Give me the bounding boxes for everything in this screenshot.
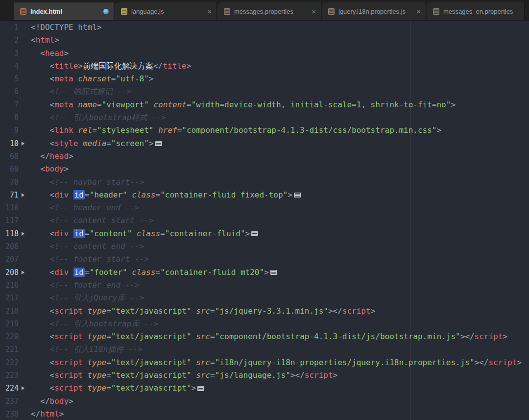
folded-region-icon[interactable] bbox=[197, 386, 204, 391]
close-tab-icon[interactable]: × bbox=[416, 8, 421, 15]
code-line: 2<html> bbox=[0, 34, 529, 47]
line-number[interactable]: 8 bbox=[0, 111, 19, 124]
unsaved-changes-dot-icon[interactable] bbox=[103, 9, 109, 14]
line-number[interactable]: 1 bbox=[0, 21, 19, 34]
line-number[interactable]: 69 bbox=[0, 163, 19, 175]
code-text[interactable]: </body> bbox=[27, 395, 73, 408]
token: "js/language.js" bbox=[215, 371, 290, 380]
token: < bbox=[50, 139, 55, 148]
line-number[interactable]: 224 bbox=[0, 382, 19, 395]
close-tab-icon[interactable]: × bbox=[312, 8, 316, 15]
line-number[interactable]: 70 bbox=[0, 176, 19, 189]
line-number[interactable]: 207 bbox=[0, 253, 19, 266]
code-text[interactable]: <meta charset="utf-8"> bbox=[27, 73, 154, 85]
token bbox=[132, 229, 137, 238]
line-number[interactable]: 206 bbox=[0, 240, 19, 253]
line-number[interactable]: 71 bbox=[0, 189, 19, 201]
tab-jquery-i18n-properties-js[interactable]: jquery.i18n.properties.js× bbox=[322, 2, 426, 21]
tab-language-js[interactable]: language.js× bbox=[115, 2, 217, 21]
code-text[interactable]: <!-- 引入bootstrap样式 --> bbox=[27, 111, 166, 124]
token: > bbox=[69, 151, 73, 161]
token bbox=[192, 371, 196, 380]
code-text[interactable]: <body> bbox=[27, 163, 69, 175]
code-text[interactable]: <script type="text/javascript" src="i18n… bbox=[27, 356, 522, 369]
code-text[interactable]: <!-- 响应式标记 --> bbox=[27, 85, 131, 98]
line-number[interactable]: 222 bbox=[0, 356, 19, 369]
line-number[interactable]: 217 bbox=[0, 292, 19, 304]
fold-arrow-icon[interactable] bbox=[22, 193, 24, 197]
line-number[interactable]: 223 bbox=[0, 369, 19, 382]
line-number[interactable]: 238 bbox=[0, 408, 19, 420]
code-text[interactable]: </html> bbox=[27, 408, 64, 420]
code-text[interactable]: </head> bbox=[27, 150, 73, 163]
code-text[interactable]: <!DOCTYPE html> bbox=[27, 21, 102, 34]
line-number[interactable]: 6 bbox=[0, 85, 19, 98]
code-text[interactable]: <!-- header end --> bbox=[27, 201, 140, 214]
fold-arrow-icon[interactable] bbox=[22, 386, 24, 390]
line-number[interactable]: 3 bbox=[0, 47, 19, 60]
token: id bbox=[73, 229, 85, 238]
code-text[interactable]: <meta name="viewport" content="width=dev… bbox=[27, 99, 456, 111]
folded-region-icon[interactable] bbox=[270, 270, 277, 275]
line-number[interactable]: 5 bbox=[0, 73, 19, 85]
token: > bbox=[64, 164, 69, 173]
editor-pane[interactable]: 1<!DOCTYPE html>2<html>3 <head>4 <title>… bbox=[0, 21, 529, 420]
line-number[interactable]: 68 bbox=[0, 150, 19, 163]
token: = bbox=[106, 332, 111, 341]
line-number[interactable]: 218 bbox=[0, 305, 19, 318]
tab-messages-properties[interactable]: messages.properties× bbox=[217, 2, 321, 21]
folded-region-icon[interactable] bbox=[251, 231, 258, 236]
code-text[interactable]: <script type="text/javascript" src="js/l… bbox=[27, 369, 337, 382]
line-number[interactable]: 2 bbox=[0, 34, 19, 47]
token: = bbox=[111, 74, 116, 83]
line-number[interactable]: 10 bbox=[0, 137, 19, 150]
token: = bbox=[156, 268, 161, 277]
code-text[interactable]: <script type="text/javascript" src="comp… bbox=[27, 330, 507, 343]
line-number[interactable]: 219 bbox=[0, 318, 19, 330]
line-number[interactable]: 220 bbox=[0, 330, 19, 343]
token: name bbox=[78, 100, 97, 109]
line-number[interactable]: 216 bbox=[0, 279, 19, 292]
line-number[interactable]: 221 bbox=[0, 343, 19, 356]
code-text[interactable]: <!-- footer start --> bbox=[27, 253, 149, 266]
code-text[interactable]: <style media="screen"> bbox=[27, 137, 162, 150]
code-text[interactable]: <!-- 引入bootstrap库 --> bbox=[27, 318, 158, 330]
line-number[interactable]: 7 bbox=[0, 99, 19, 111]
code-text[interactable]: <!-- 引入jQuery库 --> bbox=[27, 292, 144, 304]
line-number[interactable]: 9 bbox=[0, 124, 19, 137]
folded-region-icon[interactable] bbox=[155, 141, 162, 146]
code-text[interactable]: <script type="text/javascript" src="js/j… bbox=[27, 305, 375, 318]
line-number[interactable]: 208 bbox=[0, 266, 19, 279]
token: > bbox=[149, 74, 154, 83]
code-text[interactable]: <div id="footer" class="container-fluid … bbox=[27, 266, 277, 279]
code-text[interactable]: <link rel="stylesheet" href="component/b… bbox=[27, 124, 441, 137]
code-text[interactable]: <title>前端国际化解决方案</title> bbox=[27, 60, 191, 73]
code-text[interactable]: <!-- navbar start--> bbox=[27, 176, 144, 189]
line-number[interactable]: 116 bbox=[0, 201, 19, 214]
line-number[interactable]: 118 bbox=[0, 227, 19, 240]
line-number[interactable]: 4 bbox=[0, 60, 19, 73]
code-text[interactable]: <html> bbox=[27, 34, 59, 47]
close-tab-icon[interactable]: × bbox=[207, 8, 212, 15]
code-text[interactable]: <!-- 引入i18n插件 --> bbox=[27, 343, 143, 356]
code-text[interactable]: <!-- content start --> bbox=[27, 214, 153, 227]
token bbox=[31, 345, 50, 354]
code-text[interactable]: <div id="content" class="container-fluid… bbox=[27, 227, 258, 240]
folded-region-icon[interactable] bbox=[294, 193, 301, 198]
code-line: 5 <meta charset="utf-8"> bbox=[0, 73, 529, 85]
line-number[interactable]: 117 bbox=[0, 214, 19, 227]
tab-label: jquery.i18n.properties.js bbox=[338, 8, 409, 15]
token bbox=[83, 383, 88, 393]
fold-arrow-icon[interactable] bbox=[22, 271, 24, 274]
fold-arrow-icon[interactable] bbox=[22, 142, 24, 146]
code-text[interactable]: <script type="text/javascript"> bbox=[27, 382, 204, 395]
tab-messages-en-properties[interactable]: messages_en.properties bbox=[427, 2, 525, 21]
token: <!-- 引入jQuery库 --> bbox=[50, 293, 144, 302]
line-number[interactable]: 237 bbox=[0, 395, 19, 408]
fold-arrow-icon[interactable] bbox=[22, 232, 24, 236]
code-text[interactable]: <div id="header" class="container-fluid … bbox=[27, 189, 301, 201]
code-text[interactable]: <!-- footer end --> bbox=[27, 279, 140, 292]
code-text[interactable]: <head> bbox=[27, 47, 69, 60]
code-text[interactable]: <!-- content end --> bbox=[27, 240, 144, 253]
tab-index-html[interactable]: index.html bbox=[14, 2, 114, 21]
